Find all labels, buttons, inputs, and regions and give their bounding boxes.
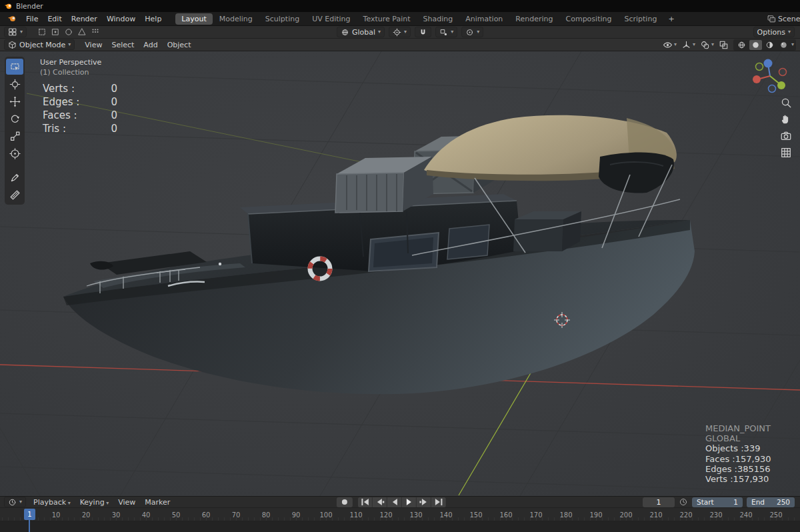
overlays-dropdown[interactable]: ▾ bbox=[700, 40, 714, 50]
zoom-tool-icon[interactable] bbox=[780, 97, 792, 109]
menu-window[interactable]: Window bbox=[102, 15, 140, 23]
scene-selector[interactable]: Scene bbox=[767, 14, 800, 23]
tool-settings-icon-1[interactable] bbox=[37, 27, 47, 37]
gizmo-z-axis-neg[interactable] bbox=[769, 85, 776, 93]
viewport-menu-select[interactable]: Select bbox=[107, 41, 139, 49]
ruler-tick: 120 bbox=[379, 511, 392, 519]
jump-to-end-button[interactable] bbox=[431, 497, 446, 507]
mode-dropdown[interactable]: Object Mode ▾ bbox=[4, 39, 75, 50]
snap-toggle[interactable] bbox=[415, 27, 431, 37]
scale-tool[interactable] bbox=[6, 128, 23, 144]
workspace-tab-scripting[interactable]: Scripting bbox=[618, 13, 663, 25]
timeline-ruler[interactable]: 1020304050607080901001101201301401501601… bbox=[0, 508, 800, 521]
move-tool[interactable] bbox=[6, 93, 23, 109]
gizmo-x-axis[interactable] bbox=[753, 75, 761, 83]
timeline-menu-view[interactable]: View bbox=[113, 498, 140, 507]
jump-to-start-button[interactable] bbox=[358, 497, 373, 507]
blender-menu-button[interactable] bbox=[3, 14, 21, 23]
workspace-tab-shading[interactable]: Shading bbox=[417, 13, 459, 25]
viewport-menus: ViewSelectAddObject bbox=[80, 41, 195, 49]
editor-type-button[interactable]: ▾ bbox=[4, 27, 27, 37]
prev-keyframe-button[interactable] bbox=[373, 497, 387, 507]
play-button[interactable] bbox=[402, 497, 417, 507]
select-box-tool[interactable] bbox=[6, 59, 23, 75]
next-keyframe-button[interactable] bbox=[417, 497, 431, 507]
stat-label: Edges : bbox=[43, 96, 97, 108]
shading-wireframe-button[interactable] bbox=[735, 40, 748, 50]
visibility-dropdown[interactable]: ▾ bbox=[663, 40, 677, 50]
tool-settings-icon-2[interactable] bbox=[51, 27, 60, 37]
pan-hand-icon[interactable] bbox=[780, 113, 792, 125]
gizmos-dropdown[interactable]: ▾ bbox=[681, 40, 695, 50]
ruler-tick: 50 bbox=[172, 511, 181, 519]
timeline-editor-type-button[interactable]: ▾ bbox=[4, 497, 26, 507]
workspace-tab-sculpting[interactable]: Sculpting bbox=[259, 13, 305, 25]
timeline-menu-keying[interactable]: Keying ▾ bbox=[75, 498, 114, 507]
timeline-area[interactable]: 1020304050607080901001101201301401501601… bbox=[0, 508, 800, 532]
viewport-menu-view[interactable]: View bbox=[80, 41, 107, 49]
move-icon bbox=[9, 96, 21, 107]
measure-tool[interactable] bbox=[6, 187, 23, 203]
current-frame-field[interactable]: 1 bbox=[643, 497, 675, 507]
timeline-menu-marker[interactable]: Marker bbox=[140, 498, 175, 507]
cursor-tool[interactable] bbox=[6, 76, 23, 92]
gizmo-x-axis-neg[interactable] bbox=[779, 69, 787, 76]
chevron-down-icon: ▾ bbox=[791, 42, 794, 47]
chevron-down-icon: ▾ bbox=[68, 42, 71, 47]
timeline-track-area[interactable] bbox=[0, 521, 800, 532]
shading-material-button[interactable] bbox=[763, 40, 776, 50]
overlay-info-line: MEDIAN_POINT bbox=[705, 423, 771, 433]
workspace-tab-texture-paint[interactable]: Texture Paint bbox=[357, 13, 417, 25]
tool-settings-icon-5[interactable] bbox=[91, 27, 100, 37]
transform-tool[interactable] bbox=[6, 145, 23, 161]
viewport-menu-add[interactable]: Add bbox=[139, 41, 162, 49]
camera-view-icon[interactable] bbox=[780, 130, 792, 142]
navigation-gizmo[interactable] bbox=[751, 57, 789, 95]
ruler-tick: 210 bbox=[649, 511, 662, 519]
pivot-point-dropdown[interactable]: ▾ bbox=[389, 27, 411, 37]
workspace-tab-animation[interactable]: Animation bbox=[459, 13, 509, 25]
gizmo-z-axis[interactable] bbox=[764, 59, 773, 68]
workspace-tab-rendering[interactable]: Rendering bbox=[509, 13, 559, 25]
proportional-editing-toggle[interactable]: ▾ bbox=[461, 27, 483, 37]
transform-controls: Global ▾ ▾ ▾ bbox=[337, 27, 483, 37]
viewport-menu-object[interactable]: Object bbox=[163, 41, 196, 49]
play-reverse-button[interactable] bbox=[387, 497, 402, 507]
timeline-menu-playback[interactable]: Playback ▾ bbox=[29, 498, 75, 507]
gizmo-y-axis-neg[interactable] bbox=[756, 63, 763, 71]
playhead[interactable]: 1 bbox=[24, 509, 35, 520]
workspace-tab-modeling[interactable]: Modeling bbox=[213, 13, 259, 25]
auto-keying-button[interactable] bbox=[337, 497, 353, 507]
xray-toggle[interactable] bbox=[719, 40, 729, 50]
end-value: 250 bbox=[777, 498, 790, 506]
menu-render[interactable]: Render bbox=[67, 15, 102, 23]
tool-settings-icon-3[interactable] bbox=[64, 27, 73, 37]
menu-file[interactable]: File bbox=[21, 15, 43, 23]
viewport-canvas[interactable] bbox=[0, 51, 800, 496]
gizmo-y-axis[interactable] bbox=[777, 81, 785, 89]
frame-end-field[interactable]: End 250 bbox=[747, 497, 795, 507]
toggle-projection-icon[interactable] bbox=[780, 147, 792, 159]
rotate-tool[interactable] bbox=[6, 111, 23, 127]
menu-edit[interactable]: Edit bbox=[43, 15, 66, 23]
shading-rendered-button[interactable] bbox=[777, 40, 790, 50]
workspace-tab-uv-editing[interactable]: UV Editing bbox=[306, 13, 356, 25]
snap-target-dropdown[interactable]: ▾ bbox=[435, 27, 457, 37]
stat-value: 0 bbox=[97, 109, 117, 121]
boat-model[interactable] bbox=[63, 115, 695, 394]
stat-label: Tris : bbox=[43, 123, 97, 135]
workspace-tab-layout[interactable]: Layout bbox=[175, 13, 212, 25]
tool-settings-icon-4[interactable] bbox=[77, 27, 87, 37]
viewport-3d[interactable]: User Perspective (1) Collection Verts :0… bbox=[0, 51, 800, 496]
options-dropdown[interactable]: Options ▾ bbox=[753, 27, 795, 37]
preview-range-icon[interactable] bbox=[679, 497, 688, 507]
annotate-tool[interactable] bbox=[6, 169, 23, 185]
rendered-shading-icon bbox=[779, 41, 788, 49]
transform-orientation-dropdown[interactable]: Global ▾ bbox=[337, 27, 385, 37]
ruler-tick: 110 bbox=[349, 511, 362, 519]
frame-start-field[interactable]: Start 1 bbox=[692, 497, 743, 507]
menu-help[interactable]: Help bbox=[140, 15, 166, 23]
workspace-tab-compositing[interactable]: Compositing bbox=[560, 13, 618, 25]
shading-solid-button[interactable] bbox=[749, 40, 762, 50]
add-workspace-button[interactable]: + bbox=[663, 13, 679, 25]
